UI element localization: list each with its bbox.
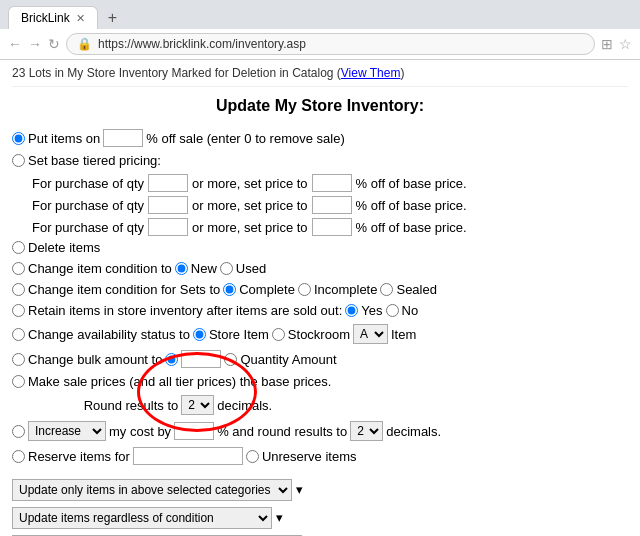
tiered-qty-2[interactable] <box>148 196 188 214</box>
tiered-row-1: For purchase of qty or more, set price t… <box>32 174 628 192</box>
incomplete-radio[interactable] <box>298 283 311 296</box>
make-sale-prices-label: Make sale prices (and all tier prices) t… <box>28 374 331 389</box>
used-label: Used <box>236 261 266 276</box>
my-cost-by-label: my cost by <box>109 424 171 439</box>
reload-icon[interactable]: ↻ <box>48 36 60 52</box>
increase-decrease-select[interactable]: Increase Decrease <box>28 421 106 441</box>
categories-select[interactable]: Update only items in above selected cate… <box>12 479 292 501</box>
put-items-on-sale-row: Put items on % off sale (enter 0 to remo… <box>12 129 628 147</box>
categories-arrow: ▾ <box>296 482 303 497</box>
new-label: New <box>191 261 217 276</box>
sealed-label: Sealed <box>396 282 436 297</box>
tiered-qty-1[interactable] <box>148 174 188 192</box>
tiered-prefix-2: For purchase of qty <box>32 198 144 213</box>
notice-text: 23 Lots in My Store Inventory Marked for… <box>12 66 341 80</box>
stockroom-label: Stockroom <box>288 327 350 342</box>
unreserve-items-radio[interactable] <box>246 450 259 463</box>
change-bulk-radio[interactable] <box>12 353 25 366</box>
stockroom-select[interactable]: A B C <box>353 324 388 344</box>
delete-items-label: Delete items <box>28 240 100 255</box>
retain-yes-radio[interactable] <box>345 304 358 317</box>
incomplete-label: Incomplete <box>314 282 378 297</box>
change-sets-label: Change item condition for Sets to <box>28 282 220 297</box>
bulk-radio[interactable] <box>165 353 178 366</box>
put-items-suffix: % off sale (enter 0 to remove sale) <box>146 131 344 146</box>
condition-select[interactable]: Update items regardless of condition <box>12 507 272 529</box>
tab-close-button[interactable]: ✕ <box>76 12 85 25</box>
and-round-suffix: decimals. <box>386 424 441 439</box>
put-items-radio[interactable] <box>12 132 25 145</box>
reserve-items-radio[interactable] <box>12 450 25 463</box>
tiered-pricing-label: Set base tiered pricing: <box>28 153 161 168</box>
increase-cost-row: Increase Decrease my cost by % and round… <box>12 421 628 441</box>
nav-icons: ← → ↻ <box>8 36 60 52</box>
address-bar-icons: ⊞ ☆ <box>601 36 632 52</box>
reserve-items-input[interactable] <box>133 447 243 465</box>
item-label: Item <box>391 327 416 342</box>
forward-icon[interactable]: → <box>28 36 42 52</box>
address-bar[interactable]: 🔒 https://www.bricklink.com/inventory.as… <box>66 33 595 55</box>
form-title: Update My Store Inventory: <box>12 97 628 115</box>
tiered-middle-1: or more, set price to <box>192 176 308 191</box>
new-tab-button[interactable]: + <box>102 7 123 29</box>
put-items-label: Put items on <box>28 131 100 146</box>
sealed-radio[interactable] <box>380 283 393 296</box>
round-decimals-select[interactable]: 2 1 0 <box>181 395 214 415</box>
tiered-suffix-1: % off of base price. <box>356 176 467 191</box>
cost-by-input[interactable] <box>174 422 214 440</box>
lock-icon: 🔒 <box>77 37 92 51</box>
change-sets-condition-row: Change item condition for Sets to Comple… <box>12 282 628 297</box>
retain-no-radio[interactable] <box>386 304 399 317</box>
complete-radio[interactable] <box>223 283 236 296</box>
no-label: No <box>402 303 419 318</box>
make-sale-prices-row: Make sale prices (and all tier prices) t… <box>12 374 628 389</box>
condition-arrow: ▾ <box>276 510 283 525</box>
new-radio[interactable] <box>175 262 188 275</box>
increase-cost-radio[interactable] <box>12 425 25 438</box>
bulk-input[interactable] <box>181 350 221 368</box>
change-availability-radio[interactable] <box>12 328 25 341</box>
round-results-row: Round results to 2 1 0 decimals. <box>12 395 628 415</box>
condition-dropdown-row: Update items regardless of condition ▾ <box>12 507 628 529</box>
quantity-amount-radio[interactable] <box>224 353 237 366</box>
delete-items-radio[interactable] <box>12 241 25 254</box>
change-sets-radio[interactable] <box>12 283 25 296</box>
delete-items-row: Delete items <box>12 240 628 255</box>
stockroom-radio[interactable] <box>272 328 285 341</box>
view-them-link[interactable]: View Them <box>341 66 401 80</box>
change-item-condition-radio[interactable] <box>12 262 25 275</box>
active-tab[interactable]: BrickLink ✕ <box>8 6 98 29</box>
tiered-price-3[interactable] <box>312 218 352 236</box>
page-content: 23 Lots in My Store Inventory Marked for… <box>0 60 640 536</box>
yes-label: Yes <box>361 303 382 318</box>
set-tiered-pricing-row: Set base tiered pricing: <box>12 153 628 168</box>
categories-dropdown-row: Update only items in above selected cate… <box>12 479 628 501</box>
change-item-condition-row: Change item condition to New Used <box>12 261 628 276</box>
tiered-pricing-radio[interactable] <box>12 154 25 167</box>
tiered-middle-2: or more, set price to <box>192 198 308 213</box>
tiered-price-2[interactable] <box>312 196 352 214</box>
tiered-price-1[interactable] <box>312 174 352 192</box>
used-radio[interactable] <box>220 262 233 275</box>
quantity-amount-label: Quantity Amount <box>240 352 336 367</box>
main-wrapper: Update My Store Inventory: Put items on … <box>12 97 628 536</box>
reserve-items-row: Reserve items for Unreserve items <box>12 447 628 465</box>
dropdowns-section: Update only items in above selected cate… <box>12 479 628 536</box>
sale-percent-input[interactable] <box>103 129 143 147</box>
round-decimals-label: decimals. <box>217 398 272 413</box>
tiered-qty-3[interactable] <box>148 218 188 236</box>
back-icon[interactable]: ← <box>8 36 22 52</box>
tiered-middle-3: or more, set price to <box>192 220 308 235</box>
reserve-items-label: Reserve items for <box>28 449 130 464</box>
round-results-label: Round results to <box>84 398 179 413</box>
retain-items-radio[interactable] <box>12 304 25 317</box>
tiered-prefix-1: For purchase of qty <box>32 176 144 191</box>
url-text: https://www.bricklink.com/inventory.asp <box>98 37 306 51</box>
cost-round-select[interactable]: 2 1 0 <box>350 421 383 441</box>
star-icon[interactable]: ☆ <box>619 36 632 52</box>
grid-icon[interactable]: ⊞ <box>601 36 613 52</box>
tiered-suffix-2: % off of base price. <box>356 198 467 213</box>
make-sale-prices-radio[interactable] <box>12 375 25 388</box>
complete-label: Complete <box>239 282 295 297</box>
store-item-radio[interactable] <box>193 328 206 341</box>
